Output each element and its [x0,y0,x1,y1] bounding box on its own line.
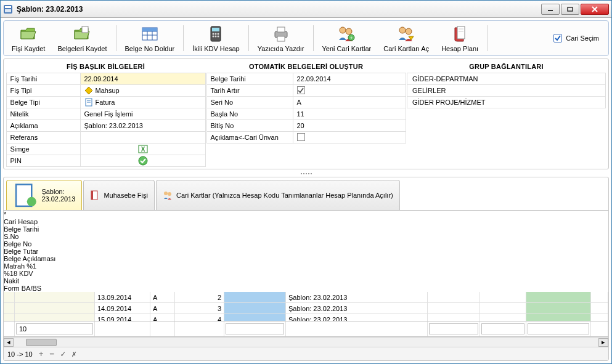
col-indicator[interactable]: * [4,211,608,218]
fis-tarihi-label: Fiş Tarihi [6,73,81,85]
col-belge-aciklamasi[interactable]: Belge Açıklaması [4,255,608,262]
fis-tarihi-field[interactable]: 22.09.2014 [80,73,206,85]
grid-header: * Cari Hesap Belge Tarihi S.No Belge No … [4,211,608,292]
svg-point-21 [218,36,219,38]
simge-field[interactable]: X [80,143,206,155]
window-title: Şablon: 23.02.2013 [17,5,540,14]
group-list: GİDER-DEPARTMAN GELİRLER GİDER PROJE/HİZ… [407,73,606,108]
ikili-kdv-hesap-button[interactable]: İkili KDV Hesap [186,23,245,54]
hesap-plani-button[interactable]: Hesap Planı [435,23,484,54]
check-circle-icon [138,156,148,166]
svg-point-16 [213,33,214,35]
svg-point-19 [213,36,214,38]
excel-icon: X [138,144,148,154]
col-cari-hesap[interactable]: Cari Hesap [4,218,608,225]
scrollbar-thumb[interactable] [26,339,57,346]
cari-secim-checkbox[interactable]: Cari Seçim [553,34,599,42]
close-button[interactable] [581,4,609,15]
tab-muhasebe-fisi[interactable]: Muhasebe Fişi [83,180,155,210]
svg-point-25 [340,27,346,33]
svg-point-29 [399,27,406,33]
tab-cari-kartlar[interactable]: Cari Kartlar (Yalnızca Hesap Kodu Tanıml… [156,180,400,210]
pager-cancel[interactable]: ✗ [71,349,76,358]
col-sno[interactable]: S.No [4,233,608,240]
pager-minus[interactable]: − [50,349,55,358]
table-row[interactable]: 13.09.2014A2Şablon: 23.02.2013 [4,292,608,303]
scroll-left-icon[interactable]: ◂ [4,338,14,347]
group-item[interactable]: GİDER-DEPARTMAN [407,73,606,85]
pager-check[interactable]: ✓ [60,349,65,358]
yazicida-yazdir-button[interactable]: Yazıcıda Yazdır [251,23,311,54]
bitis-no-field[interactable]: 20 [293,119,406,132]
folder-docs-icon [72,24,92,44]
filter-row [4,321,608,337]
horizontal-splitter[interactable] [1,172,611,177]
col-nakit[interactable]: Nakit [4,277,608,285]
diamond-icon [84,86,93,95]
aciklama-label: Açıklama [6,119,81,132]
filter-cari-hesap[interactable] [16,323,93,334]
minimize-button[interactable] [541,4,560,15]
svg-rect-13 [142,28,157,31]
svg-rect-31 [457,26,465,39]
otomatik-belgeleri-panel: OTOMATİK BELGELERİ OLUŞTUR Belge Tarihi … [206,61,406,167]
basla-no-label: Başla No [206,108,293,120]
seri-no-field[interactable]: A [293,96,406,108]
table-row[interactable]: 15.09.2014A4Şablon: 23.02.2013 [4,314,608,321]
basla-no-field[interactable]: 11 [293,108,406,120]
col-belge-tutar[interactable]: Belge Tutar [4,248,608,255]
tabs-area: Şablon: 23.02.2013 Muhasebe Fişi Cari Ka… [3,177,609,361]
pin-field[interactable] [80,155,206,167]
svg-point-42 [27,197,36,206]
col-belge-no[interactable]: Belge No [4,240,608,248]
fis-tipi-label: Fiş Tipi [6,84,81,97]
referans-field[interactable] [80,131,206,144]
belge-tarihi-field[interactable]: 22.09.2014 [293,73,406,85]
horizontal-scrollbar[interactable]: ◂ ▸ [4,337,608,347]
col-form-babs[interactable]: Form BA/BS [4,285,608,292]
svg-point-46 [168,192,171,196]
col-matrah[interactable]: Matrah %1 [4,262,608,270]
table-row[interactable]: 14.09.2014A3Şablon: 23.02.2013 [4,303,608,314]
aciklama-cari-checkbox[interactable] [293,131,406,144]
col-belge-tarihi[interactable]: Belge Tarihi [4,225,608,233]
svg-rect-23 [277,27,285,32]
pager-plus[interactable]: + [39,349,44,358]
filter-matrah[interactable] [429,323,478,334]
svg-rect-4 [568,7,573,11]
nitelik-field[interactable]: Genel Fiş İşlemi [80,108,206,120]
belge-tipi-field[interactable]: Fatura [80,96,206,108]
filter-belge-tutar[interactable] [226,323,284,334]
maximize-button[interactable] [561,4,579,15]
group-item[interactable]: GİDER PROJE/HİZMET [407,96,606,108]
calculator-icon [206,24,226,44]
aciklama-cari-label: Açıklama<-Cari Ünvan [206,131,293,144]
grid-body[interactable]: 13.09.2014A2Şablon: 23.02.201314.09.2014… [4,292,608,321]
svg-text:X: X [141,146,145,153]
grid-fill-icon [140,24,160,44]
referans-label: Referans [6,131,81,144]
fis-tipi-field[interactable]: Mahsup [80,84,206,97]
belge-no-doldur-button[interactable]: Belge No Doldur [119,23,181,54]
tarih-artir-checkbox[interactable] [293,84,406,97]
main-toolbar: Fişi Kaydet Belgeleri Kaydet Belge No Do… [3,20,609,56]
seri-no-label: Seri No [206,96,293,108]
filter-kdv[interactable] [481,323,524,334]
tab-sablon[interactable]: Şablon: 23.02.2013 [6,180,82,210]
fisi-kaydet-button[interactable]: Fişi Kaydet [6,23,51,54]
nitelik-label: Nitelik [6,108,81,120]
belge-tipi-label: Belge Tipi [6,96,81,108]
cari-kartlari-ac-button[interactable]: Cari Kartları Aç [377,23,435,54]
document-icon [84,98,93,107]
svg-rect-15 [212,28,219,31]
simge-label: Simge [6,143,81,155]
scroll-right-icon[interactable]: ▸ [598,338,608,347]
aciklama-field[interactable]: Şablon: 23.02.2013 [80,119,206,132]
group-item[interactable]: GELİRLER [407,84,606,97]
col-kdv[interactable]: %18 KDV [4,270,608,277]
yeni-cari-kartlar-button[interactable]: + Yeni Cari Kartlar [316,23,378,54]
svg-rect-1 [5,6,11,8]
filter-nakit[interactable] [528,323,589,334]
users-open-icon [396,24,416,44]
belgeleri-kaydet-button[interactable]: Belgeleri Kaydet [51,23,113,54]
